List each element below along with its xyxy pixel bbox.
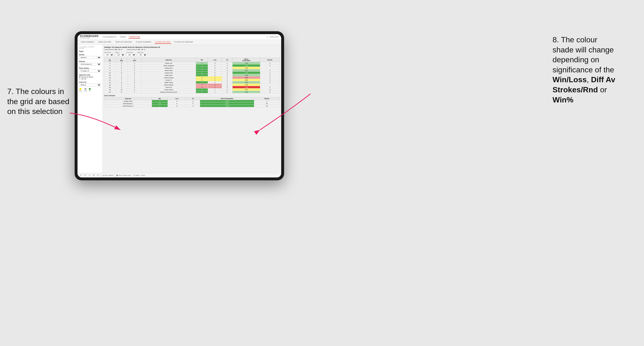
- toolbar-divider-2: [114, 174, 115, 177]
- th-opponent: Opponent: [141, 58, 196, 62]
- colour-by-select[interactable]: Win/loss: [79, 83, 101, 86]
- division-record-label: Division Record: 331 - 34 - 6: [127, 49, 145, 50]
- division-section: Division NCAA Division III: [79, 61, 101, 66]
- th-conf: #Conf: [128, 58, 141, 62]
- back-button[interactable]: ↩: [88, 174, 91, 176]
- annotation-right-text: 8. The colourshade will changedepending …: [552, 35, 615, 104]
- overall-record-label: Overall Record: 353 - 34 - 6: [104, 49, 122, 50]
- table-row: 1321Jessica Huang012-3.002: [104, 76, 280, 79]
- sub-nav: TEAM SUMMARY TEAM H2H GRID TEAM H2H HEAT…: [78, 40, 281, 45]
- sign-out-button[interactable]: Sign out: [270, 36, 279, 38]
- nav-bar: SCOREBOARD Powered by clippd TOURNAMENTS…: [78, 34, 281, 40]
- refresh-button[interactable]: ⟳: [96, 174, 100, 176]
- nav-items: TOURNAMENTS TEAMS COMMITTEE: [102, 35, 140, 38]
- division-select[interactable]: NCAA Division III: [79, 63, 101, 66]
- opponent-view-radio-group: Opponents Played Top 100: [79, 76, 101, 80]
- filter-opponents: Opponents: (All): [104, 52, 114, 56]
- opponents-played-radio[interactable]: Opponents Played: [79, 76, 101, 78]
- save-custom-view-button[interactable]: 💾 Save Custom View: [116, 174, 131, 176]
- share-button[interactable]: Share: [141, 174, 145, 176]
- player-rank-section: Player (Rank) 8. Katelyn Vo: [79, 67, 101, 72]
- logo: SCOREBOARD Powered by clippd: [80, 35, 98, 39]
- filter-opponents-select[interactable]: (All): [104, 53, 114, 56]
- toolbar-divider-1: [101, 174, 101, 177]
- watch-icon: 👁: [134, 174, 135, 176]
- ood-th-rounds: Rounds: [254, 97, 280, 100]
- table-row: 1063Andrea York2004.004: [104, 72, 280, 74]
- th-win: Win: [196, 58, 208, 62]
- out-of-division-table: Opponent Win Loss Tie Diff Av Strokes/Rn…: [104, 97, 280, 107]
- table-row: 20117Federica Domecq Lacroze2101.336: [104, 91, 280, 93]
- sub-nav-team-h2h-heatmap[interactable]: TEAM H2H HEATMAP: [114, 41, 133, 44]
- table-row: 1311Heejo Hyun1003.333: [104, 74, 280, 76]
- redo-button[interactable]: ↻: [84, 174, 87, 176]
- table-row: 522Alexis Sudjianto1004.003: [104, 64, 280, 67]
- ood-th-tie: Tie: [186, 97, 200, 100]
- nav-separator: ı |: [267, 36, 268, 38]
- sub-nav-team-h2h-grid[interactable]: TEAM H2H GRID: [98, 41, 112, 44]
- th-reg: #Reg: [115, 58, 128, 62]
- view-icon: ⊞: [102, 174, 104, 176]
- gender-select[interactable]: Women's: [79, 56, 101, 59]
- annotation-left-text: 7. The colours inthe grid are basedon th…: [7, 87, 69, 116]
- view-original-button[interactable]: ⊞ View: Original: [102, 174, 113, 176]
- grid-title: Katelyn Vo Head-to-Head Grid for Women's…: [104, 46, 280, 48]
- th-div: #Div: [104, 58, 116, 62]
- colour-by-label: Colour by: [79, 81, 101, 83]
- ood-table-row: Foreign Team1004.5002: [104, 100, 280, 102]
- save-icon: 💾: [116, 174, 118, 176]
- player-label: Player: [79, 50, 101, 52]
- filter-conference: Conference (All): [126, 52, 136, 56]
- ood-th-win: Win: [152, 97, 168, 100]
- nav-item-teams[interactable]: TEAMS: [120, 36, 126, 38]
- table-row: 914Sharon Mun1003.673: [104, 69, 280, 72]
- filter-opponent: Opponent (All): [138, 52, 147, 56]
- colour-dot-level: [84, 88, 86, 90]
- filter-region-select[interactable]: (All): [115, 53, 125, 56]
- table-row: 633Sydney Kuo100-1.00: [104, 67, 280, 69]
- table-row: 1631Jessica Mason120-0.94: [104, 84, 280, 86]
- forward-button[interactable]: ⧉: [92, 174, 95, 176]
- player-section: Player: [79, 50, 101, 52]
- th-tie: Tie: [222, 58, 232, 62]
- filter-conference-select[interactable]: (All): [126, 53, 136, 56]
- table-row: 19106Emily Chang4100.3011: [104, 88, 280, 91]
- nav-item-tournaments[interactable]: TOURNAMENTS: [102, 36, 116, 38]
- watch-button[interactable]: 👁 Watch: [134, 174, 140, 176]
- table-row: 1822Euna Lee010-5.002: [104, 86, 280, 88]
- colour-up: Up: [89, 88, 91, 92]
- filter-opponent-label: Opponent: [138, 52, 147, 53]
- ood-th-opponent: Opponent: [104, 97, 152, 100]
- table-row: 1474Eunice Yi2200.389: [104, 79, 280, 81]
- ood-th-diff: Diff Av Strokes/Rnd: [200, 97, 254, 100]
- radio-dot-top100: [79, 78, 80, 80]
- undo-button[interactable]: ↺: [80, 174, 82, 176]
- filter-conference-label: Conference: [126, 52, 136, 53]
- last-updated: Last Updated: 27/03/2024 16:55:38: [79, 46, 101, 49]
- logo-sub: Powered by clippd: [80, 37, 98, 39]
- colour-level: Level: [84, 88, 87, 92]
- colour-legend: Down Level Up: [79, 88, 101, 92]
- sub-nav-player-summary[interactable]: PLAYER SUMMARY: [135, 41, 152, 44]
- nav-item-committee[interactable]: COMMITTEE: [129, 35, 140, 38]
- ood-th-loss: Loss: [168, 97, 186, 100]
- colour-label-up: Up: [89, 90, 90, 92]
- top100-radio[interactable]: Top 100: [79, 78, 101, 80]
- colour-dot-down: [80, 88, 81, 90]
- sub-nav-player-h2h-heatmap[interactable]: PLAYER H2H HEATMAP: [174, 41, 194, 44]
- filter-opponents-label: Opponents:: [104, 52, 114, 53]
- colour-label-level: Level: [84, 90, 87, 92]
- opponents-played-label: Opponents Played: [81, 76, 93, 78]
- sub-nav-team-summary[interactable]: TEAM SUMMARY: [80, 41, 95, 44]
- watch-label: Watch: [136, 174, 140, 176]
- main-content: Last Updated: 27/03/2024 16:55:38 Player…: [78, 45, 281, 173]
- player-rank-select[interactable]: 8. Katelyn Vo: [79, 69, 101, 72]
- filter-opponent-select[interactable]: (All): [138, 53, 147, 56]
- nav-right: ı | Sign out: [267, 36, 279, 38]
- th-loss: Loss: [208, 58, 222, 62]
- annotation-left: 7. The colours inthe grid are basedon th…: [7, 87, 72, 117]
- colour-label-down: Down: [79, 90, 82, 92]
- sub-nav-player-h2h-grid[interactable]: PLAYER H2H GRID: [154, 41, 171, 44]
- toolbar-divider-3: [132, 174, 132, 177]
- division-label: Division: [79, 61, 101, 62]
